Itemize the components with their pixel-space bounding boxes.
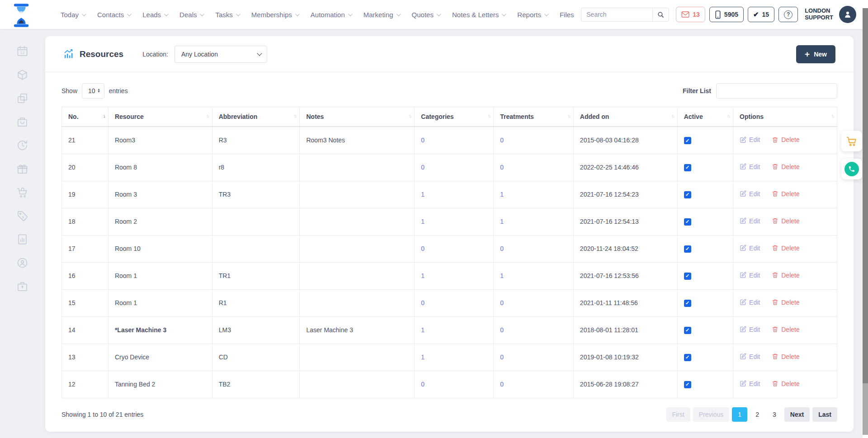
- search-button[interactable]: [652, 8, 669, 22]
- nav-item-marketing[interactable]: Marketing: [363, 11, 400, 19]
- cart-icon[interactable]: [16, 186, 28, 198]
- categories-count-link[interactable]: 0: [421, 381, 425, 388]
- column-header-options[interactable]: Options↑↓: [733, 107, 837, 127]
- active-checkbox[interactable]: ✓: [684, 218, 691, 226]
- categories-count-link[interactable]: 1: [421, 353, 425, 361]
- column-header-resource[interactable]: Resource↑↓: [108, 107, 212, 127]
- edit-button[interactable]: Edit: [740, 163, 760, 170]
- column-header-treatments[interactable]: Treatments↑↓: [494, 107, 574, 127]
- delete-button[interactable]: Delete: [772, 190, 799, 198]
- entries-per-page-select[interactable]: 10 ▴▾: [82, 83, 104, 99]
- treatments-count-link[interactable]: 0: [500, 353, 504, 361]
- nav-item-memberships[interactable]: Memberships: [251, 11, 298, 19]
- pagination-last[interactable]: Last: [812, 407, 837, 422]
- pages-icon[interactable]: [16, 92, 28, 104]
- delete-button[interactable]: Delete: [772, 299, 799, 306]
- nav-item-notes-letters[interactable]: Notes & Letters: [452, 11, 505, 19]
- nav-item-files[interactable]: Files: [560, 11, 574, 19]
- treatments-count-link[interactable]: 0: [500, 381, 504, 388]
- user-avatar[interactable]: [839, 6, 856, 23]
- edit-button[interactable]: Edit: [740, 353, 760, 360]
- delete-button[interactable]: Delete: [772, 217, 799, 225]
- gift-icon[interactable]: [16, 163, 28, 175]
- edit-button[interactable]: Edit: [740, 190, 760, 198]
- history-icon[interactable]: [16, 139, 28, 151]
- edit-button[interactable]: Edit: [740, 380, 760, 387]
- search-input[interactable]: [581, 8, 652, 22]
- package-icon[interactable]: [16, 69, 28, 81]
- nav-item-tasks[interactable]: Tasks: [215, 11, 239, 19]
- treatments-count-link[interactable]: 0: [500, 299, 504, 306]
- report-icon[interactable]: [16, 233, 28, 245]
- active-checkbox[interactable]: ✓: [684, 137, 691, 144]
- column-header-abbreviation[interactable]: Abbreviation↑↓: [212, 107, 300, 127]
- active-checkbox[interactable]: ✓: [684, 327, 691, 334]
- case-icon[interactable]: [16, 280, 28, 292]
- nav-item-deals[interactable]: Deals: [179, 11, 203, 19]
- delete-button[interactable]: Delete: [772, 245, 799, 252]
- pagination-page-2[interactable]: 2: [750, 407, 764, 422]
- categories-count-link[interactable]: 1: [421, 218, 425, 225]
- categories-count-link[interactable]: 0: [421, 299, 425, 306]
- treatments-count-link[interactable]: 1: [500, 272, 504, 279]
- edit-button[interactable]: Edit: [740, 272, 760, 279]
- categories-count-link[interactable]: 1: [421, 191, 425, 198]
- nav-item-quotes[interactable]: Quotes: [412, 11, 440, 19]
- edit-button[interactable]: Edit: [740, 136, 760, 143]
- delete-button[interactable]: Delete: [772, 136, 799, 143]
- treatments-count-link[interactable]: 0: [500, 137, 504, 144]
- nav-item-reports[interactable]: Reports: [517, 11, 547, 19]
- customer-icon[interactable]: [16, 257, 28, 269]
- active-checkbox[interactable]: ✓: [684, 164, 691, 171]
- active-checkbox[interactable]: ✓: [684, 245, 691, 253]
- new-button[interactable]: + New: [796, 45, 835, 63]
- categories-count-link[interactable]: 0: [421, 164, 425, 171]
- cart-fab-button[interactable]: [841, 131, 862, 151]
- column-header-notes[interactable]: Notes↑↓: [300, 107, 415, 127]
- treatments-count-link[interactable]: 0: [500, 245, 504, 252]
- nav-item-contacts[interactable]: Contacts: [97, 11, 130, 19]
- nav-item-leads[interactable]: Leads: [142, 11, 167, 19]
- pagination-previous[interactable]: Previous: [693, 407, 729, 422]
- treatments-count-link[interactable]: 0: [500, 326, 504, 334]
- active-checkbox[interactable]: ✓: [684, 191, 691, 198]
- categories-count-link[interactable]: 1: [421, 272, 425, 279]
- nav-item-automation[interactable]: Automation: [311, 11, 351, 19]
- categories-count-link[interactable]: 0: [421, 137, 425, 144]
- register-icon[interactable]: [16, 116, 28, 128]
- brand-logo-hourglass-icon[interactable]: [12, 3, 31, 28]
- edit-button[interactable]: Edit: [740, 217, 760, 225]
- column-header-added-on[interactable]: Added on↑↓: [573, 107, 677, 127]
- delete-button[interactable]: Delete: [772, 353, 799, 360]
- column-header-categories[interactable]: Categories↑↓: [415, 107, 494, 127]
- active-checkbox[interactable]: ✓: [684, 381, 691, 388]
- mail-badge[interactable]: 13: [676, 7, 705, 22]
- delete-button[interactable]: Delete: [772, 272, 799, 279]
- pagination-page-3[interactable]: 3: [767, 407, 782, 422]
- delete-button[interactable]: Delete: [772, 326, 799, 333]
- active-checkbox[interactable]: ✓: [684, 354, 691, 361]
- location-select[interactable]: Any Location: [175, 46, 267, 63]
- categories-count-link[interactable]: 0: [421, 245, 425, 252]
- column-header-no[interactable]: No.↑↓: [62, 107, 108, 127]
- delete-button[interactable]: Delete: [772, 380, 799, 387]
- treatments-count-link[interactable]: 1: [500, 191, 504, 198]
- edit-button[interactable]: Edit: [740, 326, 760, 333]
- call-fab-button[interactable]: [841, 159, 862, 179]
- calendar-icon[interactable]: 12: [16, 45, 28, 57]
- column-header-active[interactable]: Active↑↓: [677, 107, 733, 127]
- categories-count-link[interactable]: 1: [421, 326, 425, 334]
- scrollbar-thumb[interactable]: [863, 8, 868, 383]
- filter-input[interactable]: [716, 83, 837, 99]
- active-checkbox[interactable]: ✓: [684, 273, 691, 280]
- phone-badge[interactable]: 5905: [709, 7, 744, 22]
- active-checkbox[interactable]: ✓: [684, 300, 691, 307]
- pagination-first[interactable]: First: [666, 407, 690, 422]
- help-button[interactable]: ?: [778, 7, 798, 22]
- price-tag-icon[interactable]: $: [16, 210, 28, 222]
- nav-item-today[interactable]: Today: [61, 11, 85, 19]
- edit-button[interactable]: Edit: [740, 299, 760, 306]
- pagination-page-1[interactable]: 1: [732, 407, 747, 422]
- tasks-badge[interactable]: ✔ 15: [748, 7, 774, 22]
- edit-button[interactable]: Edit: [740, 245, 760, 252]
